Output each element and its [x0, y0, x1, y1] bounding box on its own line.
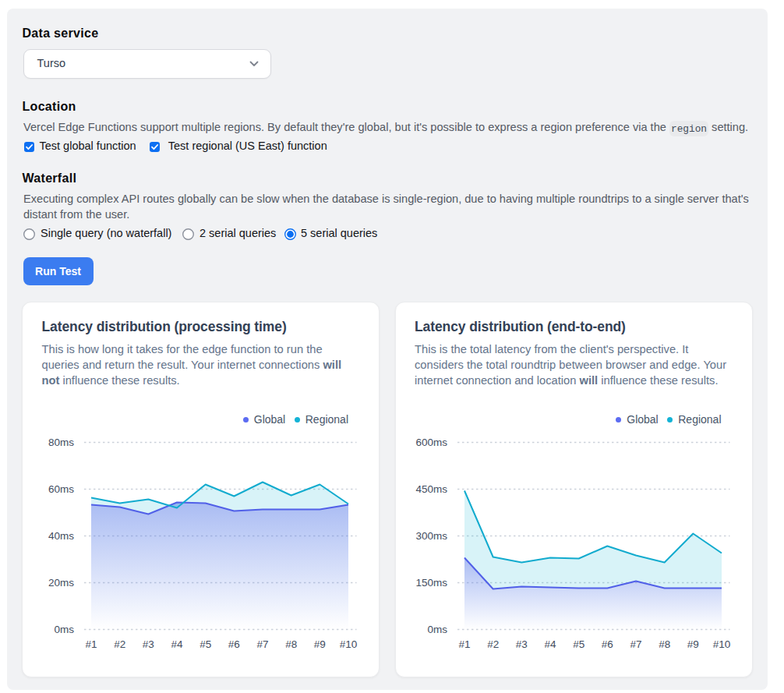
- svg-text:#4: #4: [171, 638, 183, 650]
- svg-text:#9: #9: [687, 638, 698, 650]
- svg-text:0ms: 0ms: [427, 624, 447, 635]
- svg-text:60ms: 60ms: [48, 483, 74, 495]
- svg-text:#8: #8: [659, 638, 670, 650]
- svg-text:#7: #7: [630, 638, 641, 650]
- svg-text:80ms: 80ms: [48, 437, 74, 448]
- svg-text:#9: #9: [314, 638, 326, 650]
- svg-text:20ms: 20ms: [48, 577, 74, 589]
- svg-text:#3: #3: [143, 638, 154, 650]
- svg-text:#10: #10: [340, 638, 358, 650]
- svg-text:#10: #10: [712, 638, 730, 650]
- svg-text:#8: #8: [285, 638, 297, 650]
- svg-text:40ms: 40ms: [48, 530, 74, 542]
- svg-text:#1: #1: [458, 638, 470, 650]
- svg-text:#7: #7: [256, 638, 268, 650]
- svg-text:#2: #2: [114, 638, 125, 650]
- svg-text:600ms: 600ms: [415, 437, 447, 448]
- svg-text:#2: #2: [487, 638, 499, 650]
- svg-text:#5: #5: [573, 638, 584, 650]
- svg-text:#6: #6: [228, 638, 240, 650]
- svg-text:#3: #3: [515, 638, 527, 650]
- svg-text:#1: #1: [85, 638, 97, 650]
- svg-text:0ms: 0ms: [54, 624, 74, 635]
- svg-text:300ms: 300ms: [415, 530, 447, 542]
- svg-text:150ms: 150ms: [415, 577, 447, 589]
- svg-text:450ms: 450ms: [415, 483, 447, 495]
- svg-text:#6: #6: [601, 638, 613, 650]
- svg-text:#5: #5: [200, 638, 211, 650]
- svg-text:#4: #4: [544, 638, 556, 650]
